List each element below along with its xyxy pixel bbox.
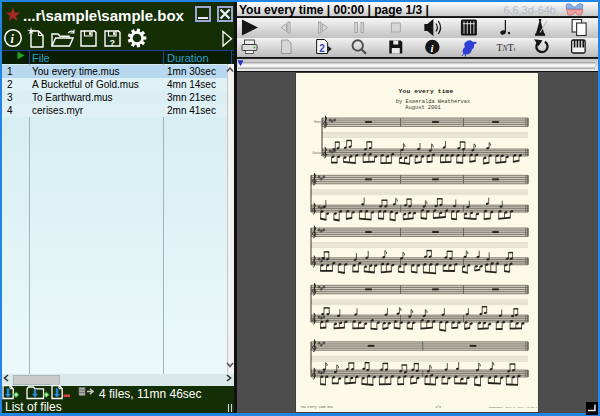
svg-text:August 2001: August 2001 — [405, 104, 441, 110]
svg-text:1/3: 1/3 — [435, 404, 441, 408]
svg-text:Wednesday, July 7, 2021, 10:56: Wednesday, July 7, 2021, 10:56:2 — [488, 405, 537, 408]
svg-text:Guitar: Guitar — [312, 151, 322, 155]
svg-text:by Esmeralda Weathervax: by Esmeralda Weathervax — [395, 98, 469, 104]
svg-text:You every time.mus: You every time.mus — [300, 404, 333, 408]
svg-text:Horn: Horn — [314, 120, 321, 124]
svg-text:You every time: You every time — [398, 87, 453, 94]
